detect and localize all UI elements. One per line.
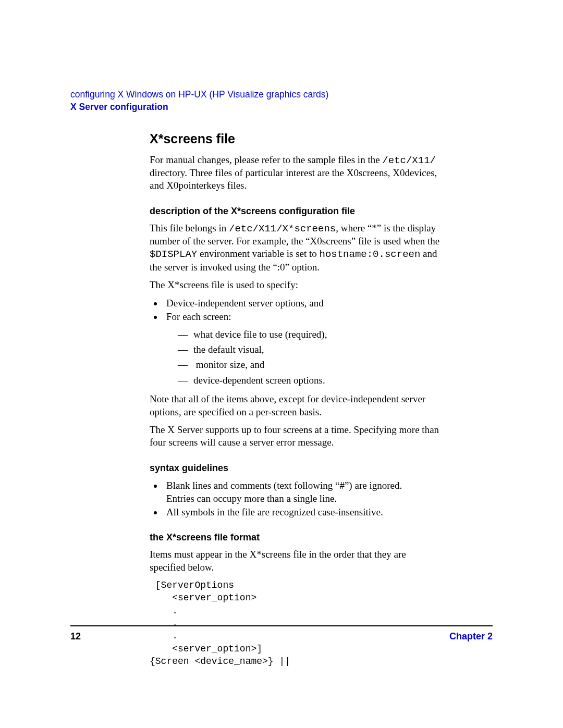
list-item: Blank lines and comments (text following… (163, 479, 442, 505)
desc-p3: Note that all of the items above, except… (150, 393, 442, 418)
chapter-label: Chapter 2 (449, 631, 493, 642)
desc-p1-c: environment variable is set to (197, 248, 319, 259)
desc-p2: The X*screens file is used to specify: (150, 279, 442, 291)
desc-p1-code3: hostname:0.screen (320, 249, 421, 260)
page-footer: 12 Chapter 2 (70, 631, 493, 642)
dash-text: device-dependent screen options. (193, 375, 325, 386)
list-item: All symbols in the file are recognized c… (163, 505, 442, 519)
footer-divider (70, 625, 493, 626)
page-number: 12 (70, 631, 81, 642)
desc-p1-code1: /etc/X11/X*screens (229, 223, 336, 235)
desc-p4: The X Server supports up to four screens… (150, 424, 442, 449)
dash-text: what device file to use (required), (193, 329, 327, 340)
format-p1: Items must appear in the X*screens file … (150, 548, 442, 574)
desc-bullet-list: Device-independent server options, and F… (150, 297, 442, 388)
intro-text-pre: For manual changes, please refer to the … (150, 154, 382, 165)
dash-text: the default visual, (193, 344, 264, 355)
list-item: the default visual, (178, 342, 442, 357)
intro-code: /etc/X11/ (382, 155, 436, 166)
list-item: device-dependent screen options. (178, 373, 442, 388)
desc-p1: This file belongs in /etc/X11/X*screens,… (150, 222, 442, 274)
intro-paragraph: For manual changes, please refer to the … (150, 154, 442, 192)
main-content: X*screens file For manual changes, pleas… (150, 131, 442, 668)
code-block: [ServerOptions <server_option> . . . <se… (150, 579, 442, 668)
syntax-heading: syntax guidelines (150, 463, 442, 474)
document-page: configuring X Windows on HP-UX (HP Visua… (0, 0, 563, 728)
list-item: For each screen: what device file to use… (163, 310, 442, 388)
list-item: what device file to use (required), (178, 327, 442, 342)
dash-text: monitor size, and (193, 359, 264, 370)
desc-p1-a: This file belongs in (150, 223, 229, 233)
desc-dash-list: what device file to use (required), the … (166, 327, 442, 388)
page-title: X*screens file (150, 131, 442, 146)
list-item-text: For each screen: (166, 311, 231, 322)
syntax-bullet-list: Blank lines and comments (text following… (150, 479, 442, 519)
format-heading: the X*screens file format (150, 532, 442, 543)
list-item: monitor size, and (178, 357, 442, 372)
breadcrumb: configuring X Windows on HP-UX (HP Visua… (70, 89, 493, 101)
section-label: X Server configuration (70, 102, 493, 113)
desc-heading: description of the X*screens configurati… (150, 206, 442, 217)
desc-p1-code2: $DISPLAY (150, 249, 197, 260)
list-item: Device-independent server options, and (163, 297, 442, 310)
intro-text-post: directory. Three files of particular int… (150, 167, 437, 191)
